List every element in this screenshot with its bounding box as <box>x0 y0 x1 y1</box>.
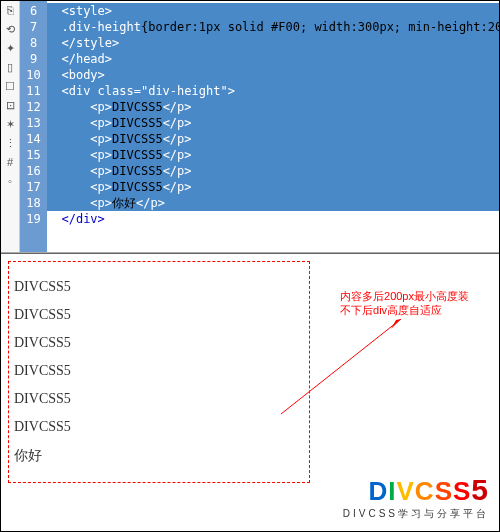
tool-icon-6[interactable]: ⊡ <box>3 99 17 113</box>
code-line[interactable]: <style> <box>47 3 499 19</box>
line-number: 8 <box>20 35 47 51</box>
line-number: 19 <box>20 211 47 227</box>
line-number: 17 <box>20 179 47 195</box>
code-line[interactable]: <p>DIVCSS5</p> <box>47 131 499 147</box>
code-line[interactable]: <p>DIVCSS5</p> <box>47 163 499 179</box>
code-line[interactable]: <p>DIVCSS5</p> <box>47 115 499 131</box>
tool-icon-4[interactable]: ▯ <box>3 61 17 75</box>
line-number: 11 <box>20 83 47 99</box>
logo-text: DIVCSS5 <box>343 473 489 507</box>
preview-item: DIVCSS5 <box>14 391 304 407</box>
editor-toolbar: ⎘ ⟲ ✦ ▯ ☐ ⊡ ✶ ⋮ # ◦ <box>1 1 20 252</box>
code-area[interactable]: <style> .div-height{border:1px solid #F0… <box>47 1 499 252</box>
svg-marker-1 <box>391 319 401 329</box>
line-number: 12 <box>20 99 47 115</box>
tool-icon-9[interactable]: # <box>3 156 17 170</box>
preview-item: 你好 <box>14 447 304 465</box>
line-number: 10 <box>20 67 47 83</box>
line-number: 16 <box>20 163 47 179</box>
tool-icon-10[interactable]: ◦ <box>3 175 17 189</box>
preview-item: DIVCSS5 <box>14 307 304 323</box>
line-number: 15 <box>20 147 47 163</box>
line-number: 7 <box>20 19 47 35</box>
code-line[interactable]: <body> <box>47 67 499 83</box>
tool-icon-2[interactable]: ⟲ <box>3 23 17 37</box>
preview-item: DIVCSS5 <box>14 419 304 435</box>
line-number: 14 <box>20 131 47 147</box>
preview-div-height: DIVCSS5 DIVCSS5 DIVCSS5 DIVCSS5 DIVCSS5 … <box>8 261 310 483</box>
annotation-text: 内容多后200px最小高度装 不下后div高度自适应 <box>340 289 469 317</box>
logo-subtitle: DIVCSS学习与分享平台 <box>343 507 489 521</box>
line-number: 13 <box>20 115 47 131</box>
tool-icon-7[interactable]: ✶ <box>3 118 17 132</box>
code-line[interactable]: </style> <box>47 35 499 51</box>
code-line[interactable]: <p>DIVCSS5</p> <box>47 179 499 195</box>
tool-icon-8[interactable]: ⋮ <box>3 137 17 151</box>
tool-icon-3[interactable]: ✦ <box>3 42 17 56</box>
preview-pane: DIVCSS5 DIVCSS5 DIVCSS5 DIVCSS5 DIVCSS5 … <box>1 253 499 531</box>
line-number: 6 <box>20 3 47 19</box>
tool-icon-5[interactable]: ☐ <box>3 80 17 94</box>
line-number: 18 <box>20 195 47 211</box>
code-line[interactable]: </div> <box>47 211 499 227</box>
logo: DIVCSS5 DIVCSS学习与分享平台 <box>343 473 489 521</box>
preview-item: DIVCSS5 <box>14 363 304 379</box>
code-line[interactable]: <p>DIVCSS5</p> <box>47 99 499 115</box>
code-line[interactable]: <div class="div-height"> <box>47 83 499 99</box>
line-number: 9 <box>20 51 47 67</box>
preview-item: DIVCSS5 <box>14 335 304 351</box>
code-line[interactable]: <p>DIVCSS5</p> <box>47 147 499 163</box>
code-line[interactable]: .div-height{border:1px solid #F00; width… <box>47 19 499 35</box>
code-editor-pane: ⎘ ⟲ ✦ ▯ ☐ ⊡ ✶ ⋮ # ◦ 6 7 8 9 10 11 12 13 … <box>1 1 499 253</box>
code-line[interactable]: <p>你好</p> <box>47 195 499 211</box>
tool-icon-1[interactable]: ⎘ <box>3 4 17 18</box>
preview-item: DIVCSS5 <box>14 279 304 295</box>
line-number-gutter: 6 7 8 9 10 11 12 13 14 15 16 17 18 19 <box>20 1 47 252</box>
code-line[interactable]: </head> <box>47 51 499 67</box>
